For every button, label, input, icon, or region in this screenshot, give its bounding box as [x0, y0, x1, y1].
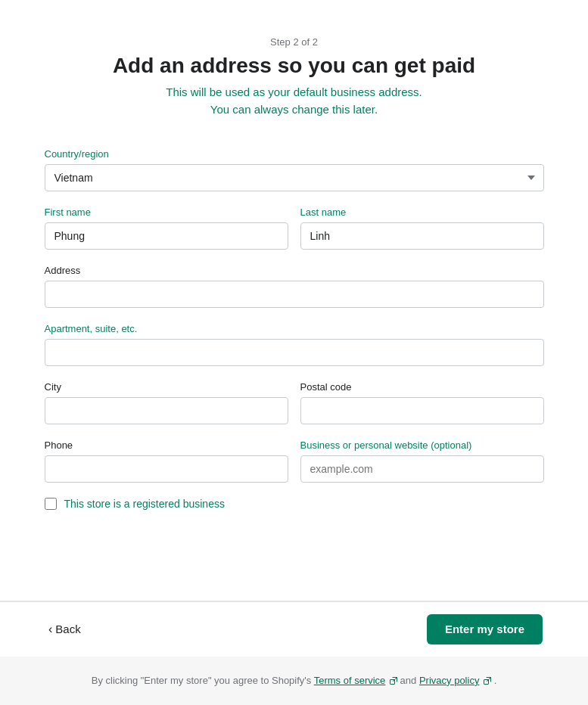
website-label: Business or personal website (optional)	[300, 439, 544, 451]
registered-business-label[interactable]: This store is a registered business	[64, 498, 225, 510]
page-footer: By clicking "Enter my store" you agree t…	[0, 657, 588, 705]
first-name-group: First name Phung	[45, 207, 288, 250]
country-select[interactable]: Vietnam United States United Kingdom Aus…	[45, 164, 544, 191]
address-input[interactable]	[45, 281, 544, 308]
page-subtitle-line1: This will be used as your default busine…	[166, 84, 422, 118]
website-group: Business or personal website (optional)	[300, 439, 544, 483]
address-form: Country/region Vietnam United States Uni…	[45, 148, 544, 510]
registered-business-group: This store is a registered business	[45, 498, 544, 510]
postal-code-group: Postal code	[300, 381, 544, 424]
country-region-label: Country/region	[45, 148, 544, 160]
city-input[interactable]	[45, 397, 288, 424]
last-name-input[interactable]: Linh	[300, 222, 544, 250]
external-icon-terms	[390, 675, 397, 687]
postal-code-input[interactable]	[300, 397, 544, 424]
phone-group: Phone	[45, 439, 288, 483]
apartment-group: Apartment, suite, etc.	[45, 323, 544, 366]
website-input[interactable]	[300, 455, 544, 483]
step-label: Step 2 of 2	[270, 36, 318, 48]
main-content: Step 2 of 2 Add an address so you can ge…	[0, 0, 588, 601]
name-row: First name Phung Last name Linh	[45, 207, 544, 250]
city-label: City	[45, 381, 288, 393]
apartment-input[interactable]	[45, 339, 544, 366]
chevron-left-icon: ‹	[48, 623, 52, 635]
country-region-group: Country/region Vietnam United States Uni…	[45, 148, 544, 191]
phone-website-row: Phone Business or personal website (opti…	[45, 439, 544, 483]
external-icon-privacy	[484, 675, 491, 687]
privacy-policy-link[interactable]: Privacy policy	[419, 675, 479, 686]
registered-business-checkbox[interactable]	[45, 498, 57, 510]
footer-actions: ‹ Back Enter my store	[0, 601, 588, 657]
address-label: Address	[45, 265, 544, 276]
last-name-label: Last name	[300, 207, 544, 218]
address-group: Address	[45, 265, 544, 308]
phone-label: Phone	[45, 439, 288, 451]
country-select-wrapper: Vietnam United States United Kingdom Aus…	[45, 164, 544, 191]
city-postal-row: City Postal code	[45, 381, 544, 424]
apartment-label: Apartment, suite, etc.	[45, 323, 544, 334]
last-name-group: Last name Linh	[300, 207, 544, 250]
back-label: Back	[55, 623, 80, 635]
terms-of-service-link[interactable]: Terms of service	[314, 675, 386, 686]
page-title: Add an address so you can get paid	[113, 54, 475, 78]
legal-text-before: By clicking "Enter my store" you agree t…	[92, 675, 314, 686]
legal-text-after: .	[494, 675, 497, 686]
phone-input[interactable]	[45, 455, 288, 483]
city-group: City	[45, 381, 288, 424]
first-name-label: First name	[45, 207, 288, 218]
enter-store-button[interactable]: Enter my store	[427, 614, 543, 644]
legal-text-middle: and	[400, 675, 419, 686]
first-name-input[interactable]: Phung	[45, 222, 288, 250]
back-button[interactable]: ‹ Back	[45, 616, 84, 641]
postal-code-label: Postal code	[300, 381, 544, 393]
